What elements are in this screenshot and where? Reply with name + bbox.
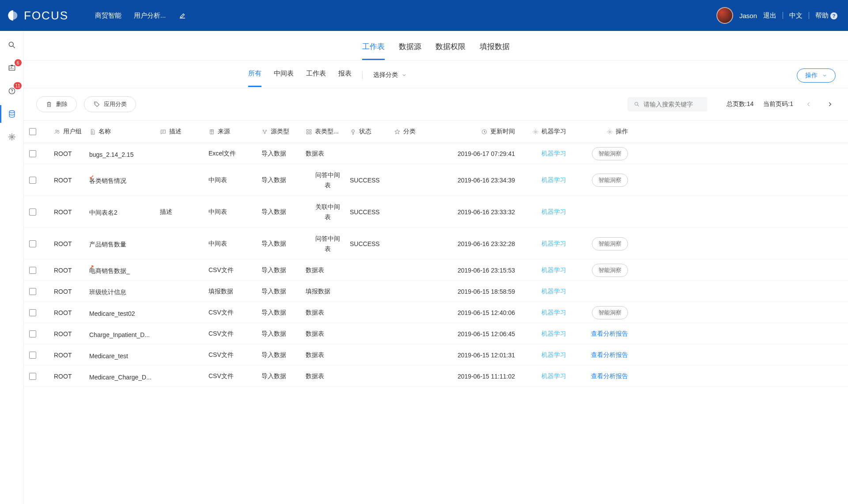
trash-icon	[45, 101, 53, 108]
row-checkbox[interactable]	[29, 288, 36, 295]
search-input[interactable]	[644, 101, 701, 108]
search-box[interactable]	[628, 97, 707, 111]
ml-link[interactable]: 机器学习	[541, 240, 566, 247]
tab-primary-0[interactable]: 工作表	[362, 42, 385, 60]
row-checkbox[interactable]	[29, 330, 36, 337]
edit-icon[interactable]	[178, 11, 186, 19]
ml-link[interactable]: 机器学习	[541, 351, 566, 358]
cell-status: SUCCESS	[350, 208, 394, 216]
tab-secondary-2[interactable]: 工作表	[306, 69, 326, 87]
delete-button[interactable]: 删除	[36, 96, 77, 112]
cell-sourcetype: 导入数据	[261, 208, 306, 216]
nav-item-0[interactable]: 商贸智能	[95, 11, 121, 20]
apply-category-button[interactable]: 应用分类	[84, 96, 136, 112]
cell-source: 填报数据	[208, 288, 261, 296]
tab-primary-3[interactable]: 填报数据	[480, 42, 510, 60]
divider	[809, 12, 809, 19]
cell-updated: 2019-06-16 23:33:32	[434, 208, 518, 216]
insight-button[interactable]: 智能洞察	[592, 237, 628, 250]
header: FOCUS 商贸智能 用户分析... Jason 退出 中文 帮助?	[0, 0, 848, 31]
insight-button[interactable]: 智能洞察	[592, 264, 628, 277]
cell-name[interactable]: ↙各类销售情况	[89, 175, 160, 185]
row-checkbox[interactable]	[29, 208, 36, 216]
cell-name[interactable]: 中间表名2	[89, 207, 160, 217]
action-dropdown[interactable]: 操作	[797, 68, 836, 83]
insight-button[interactable]: 智能洞察	[592, 174, 628, 187]
table-row: ROOTCharge_Inpatient_D...CSV文件导入数据数据表201…	[24, 323, 848, 345]
cell-sourcetype: 导入数据	[261, 176, 306, 184]
row-checkbox[interactable]	[29, 240, 36, 247]
category-select[interactable]: 选择分类	[373, 71, 407, 85]
cell-updated: 2019-06-15 18:58:59	[434, 288, 518, 295]
usergroup-icon	[54, 129, 61, 135]
gear-icon	[532, 129, 539, 135]
next-page[interactable]	[824, 99, 836, 110]
cell-name[interactable]: ↗电商销售数据_	[89, 265, 160, 275]
tabs-primary: 工作表数据源数据权限填报数据	[24, 31, 848, 61]
sidebar-settings[interactable]	[7, 132, 17, 142]
table-row: ROOT产品销售数量中间表导入数据问答中间表SUCCESS2019-06-16 …	[24, 228, 848, 260]
ml-link[interactable]: 机器学习	[541, 330, 566, 337]
help-link[interactable]: 帮助?	[815, 11, 837, 20]
ml-link[interactable]: 机器学习	[541, 176, 566, 183]
cell-source: Excel文件	[208, 150, 261, 158]
ml-link[interactable]: 机器学习	[541, 288, 566, 295]
ml-link[interactable]: 机器学习	[541, 309, 566, 316]
table-row: ROOT↙各类销售情况中间表导入数据问答中间表SUCCESS2019-06-16…	[24, 164, 848, 196]
total-pages: 总页数:14	[727, 100, 753, 108]
sidebar-question[interactable]: 11	[7, 86, 17, 96]
ml-link[interactable]: 机器学习	[541, 150, 566, 157]
cell-name[interactable]: Medicare_Charge_D...	[89, 372, 160, 381]
row-checkbox[interactable]	[29, 373, 36, 380]
insight-button[interactable]: 智能洞察	[592, 306, 628, 319]
cell-name[interactable]: Medicare_test	[89, 351, 160, 360]
sidebar-pinboard[interactable]: 6	[7, 63, 17, 73]
avatar[interactable]	[716, 7, 733, 24]
cell-name[interactable]: bugs_2.14_2.15	[89, 149, 160, 158]
prev-page[interactable]	[803, 99, 814, 110]
ml-link[interactable]: 机器学习	[541, 266, 566, 273]
chevron-down-icon	[822, 73, 827, 78]
row-checkbox[interactable]	[29, 267, 36, 274]
insight-button[interactable]: 智能洞察	[592, 147, 628, 160]
logout-link[interactable]: 退出	[763, 11, 776, 20]
sidebar-data[interactable]	[7, 109, 17, 119]
ml-link[interactable]: 机器学习	[541, 208, 566, 215]
cell-tabletype: 问答中间表	[306, 234, 350, 254]
tab-primary-1[interactable]: 数据源	[399, 42, 421, 60]
svg-point-4	[9, 111, 15, 113]
row-checkbox[interactable]	[29, 177, 36, 184]
star-icon	[394, 129, 401, 135]
select-all-checkbox[interactable]	[29, 128, 36, 135]
row-checkbox[interactable]	[29, 309, 36, 316]
view-report-link[interactable]: 查看分析报告	[591, 372, 628, 379]
cell-name[interactable]: 产品销售数量	[89, 239, 160, 249]
cell-usergroup: ROOT	[54, 330, 89, 337]
tab-secondary-3[interactable]: 报表	[338, 69, 352, 87]
view-report-link[interactable]: 查看分析报告	[591, 351, 628, 358]
tab-secondary-1[interactable]: 中间表	[274, 69, 294, 87]
username[interactable]: Jason	[739, 12, 757, 19]
view-report-link[interactable]: 查看分析报告	[591, 330, 628, 337]
cell-updated: 2019-06-16 23:32:28	[434, 240, 518, 247]
ml-link[interactable]: 机器学习	[541, 372, 566, 379]
sidebar-search[interactable]	[7, 40, 17, 50]
logo[interactable]: FOCUS	[7, 9, 68, 23]
nav-item-1[interactable]: 用户分析...	[134, 11, 166, 20]
svg-rect-16	[310, 132, 311, 134]
row-checkbox[interactable]	[29, 352, 36, 359]
cell-name[interactable]: Charge_Inpatient_D...	[89, 330, 160, 338]
arrow-up-icon: ↗	[89, 264, 94, 270]
tabletype-icon	[306, 129, 312, 135]
tab-secondary-0[interactable]: 所有	[248, 69, 261, 87]
toolbar: 删除 应用分类 总页数:14 当前页码:1	[24, 88, 848, 120]
row-checkbox[interactable]	[29, 150, 36, 157]
database-icon	[8, 110, 16, 118]
tab-primary-2[interactable]: 数据权限	[435, 42, 466, 60]
svg-point-9	[57, 130, 59, 132]
cell-name[interactable]: 班级统计信息	[89, 287, 160, 296]
cell-name[interactable]: Medicare_test02	[89, 308, 160, 317]
arrow-down-icon: ↙	[89, 174, 94, 180]
logo-icon	[7, 9, 19, 22]
lang-link[interactable]: 中文	[789, 11, 803, 20]
